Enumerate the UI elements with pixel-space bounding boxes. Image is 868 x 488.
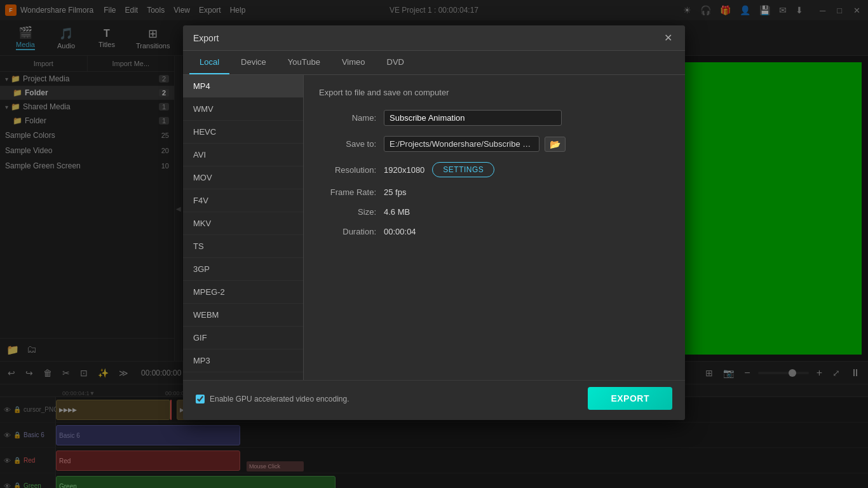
framerate-value: 25 fps bbox=[384, 187, 406, 197]
format-mkv[interactable]: MKV bbox=[183, 212, 303, 235]
dialog-title: Export bbox=[193, 33, 219, 43]
settings-btn[interactable]: SETTINGS bbox=[432, 162, 494, 177]
format-mov[interactable]: MOV bbox=[183, 166, 303, 189]
format-list: MP4 WMV HEVC AVI MOV F4V MKV TS 3GP MPEG… bbox=[183, 75, 304, 380]
format-mp4[interactable]: MP4 bbox=[183, 75, 303, 98]
saveto-path: E:/Projects/Wondershare/Subscribe Butt bbox=[384, 136, 539, 152]
tab-device[interactable]: Device bbox=[231, 51, 276, 74]
format-f4v[interactable]: F4V bbox=[183, 189, 303, 212]
name-row: Name: bbox=[319, 110, 670, 126]
resolution-value: 1920x1080 bbox=[384, 165, 424, 175]
dialog-header: Export ✕ bbox=[183, 25, 685, 51]
export-dialog: Export ✕ Local Device YouTube Vimeo DVD … bbox=[183, 25, 685, 420]
saveto-path-row: E:/Projects/Wondershare/Subscribe Butt 📂 bbox=[384, 136, 566, 152]
format-wmv[interactable]: WMV bbox=[183, 98, 303, 121]
format-hevc[interactable]: HEVC bbox=[183, 121, 303, 144]
dialog-tabs: Local Device YouTube Vimeo DVD bbox=[183, 51, 685, 75]
tab-vimeo[interactable]: Vimeo bbox=[332, 51, 376, 74]
dialog-close-btn[interactable]: ✕ bbox=[661, 32, 675, 44]
framerate-label: Frame Rate: bbox=[319, 187, 376, 197]
format-webm[interactable]: WEBM bbox=[183, 304, 303, 327]
saveto-row: Save to: E:/Projects/Wondershare/Subscri… bbox=[319, 136, 670, 152]
folder-browse-btn[interactable]: 📂 bbox=[545, 137, 566, 152]
export-btn[interactable]: EXPORT bbox=[588, 387, 672, 410]
resolution-row: Resolution: 1920x1080 SETTINGS bbox=[319, 162, 670, 177]
gpu-checkbox[interactable] bbox=[196, 395, 205, 403]
duration-row: Duration: 00:00:04 bbox=[319, 227, 670, 236]
size-label: Size: bbox=[319, 207, 376, 217]
gpu-label: Enable GPU accelerated video encoding. bbox=[210, 395, 349, 403]
name-label: Name: bbox=[319, 113, 376, 123]
framerate-row: Frame Rate: 25 fps bbox=[319, 187, 670, 197]
format-ts[interactable]: TS bbox=[183, 235, 303, 258]
export-settings: Export to file and save on computer Name… bbox=[304, 75, 685, 380]
saveto-label: Save to: bbox=[319, 139, 376, 149]
tab-youtube[interactable]: YouTube bbox=[278, 51, 330, 74]
dialog-overlay: Export ✕ Local Device YouTube Vimeo DVD … bbox=[0, 0, 868, 488]
gpu-row: Enable GPU accelerated video encoding. bbox=[196, 395, 349, 410]
tab-dvd[interactable]: DVD bbox=[377, 51, 414, 74]
duration-label: Duration: bbox=[319, 227, 376, 236]
dialog-body: MP4 WMV HEVC AVI MOV F4V MKV TS 3GP MPEG… bbox=[183, 75, 685, 380]
format-gif[interactable]: GIF bbox=[183, 327, 303, 349]
dialog-footer: Enable GPU accelerated video encoding. E… bbox=[183, 380, 685, 420]
format-mp3[interactable]: MP3 bbox=[183, 349, 303, 372]
size-value: 4.6 MB bbox=[384, 207, 410, 217]
export-desc: Export to file and save on computer bbox=[319, 88, 670, 97]
duration-value: 00:00:04 bbox=[384, 227, 416, 236]
size-row: Size: 4.6 MB bbox=[319, 207, 670, 217]
resolution-label: Resolution: bbox=[319, 165, 376, 175]
format-3gp[interactable]: 3GP bbox=[183, 258, 303, 281]
format-avi[interactable]: AVI bbox=[183, 144, 303, 166]
tab-local[interactable]: Local bbox=[189, 51, 229, 74]
name-input[interactable] bbox=[384, 110, 562, 126]
format-mpeg2[interactable]: MPEG-2 bbox=[183, 281, 303, 304]
